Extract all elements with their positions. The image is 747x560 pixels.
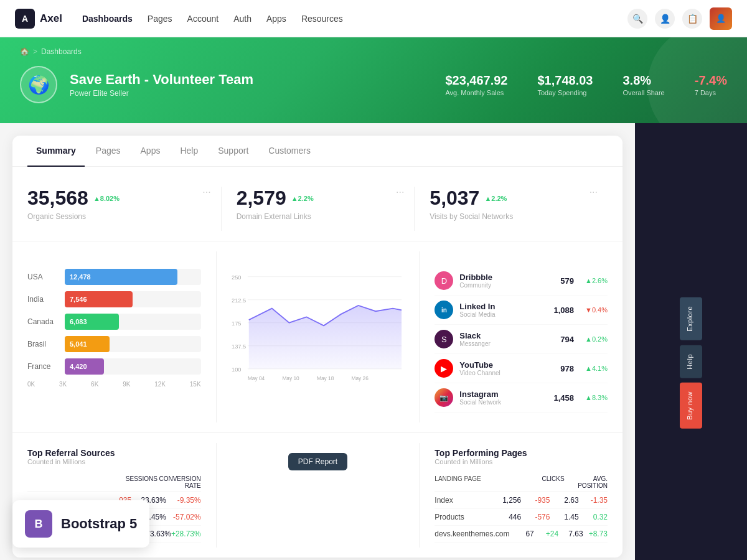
more-btn-2[interactable]: ···: [396, 187, 404, 198]
domain-links-block: ··· 2,579 ▲2.2% Domain External Links: [221, 187, 415, 231]
social-row-youtube: ▶ YouTube Video Channel 978 ▲4.1%: [435, 354, 608, 383]
main-wrapper: Summary Pages Apps Help Support Customer…: [0, 123, 747, 560]
pdf-report-button[interactable]: PDF Report: [288, 453, 347, 470]
help-button[interactable]: Help: [680, 345, 702, 378]
pages-subtitle: Counted in Millions: [435, 458, 527, 465]
domain-badge: ▲2.2%: [291, 195, 314, 202]
navbar: A Axel Dashboards Pages Account Auth App…: [0, 0, 747, 37]
social-chart-section: D Dribbble Community 579 ▲2.6% in Linke: [419, 251, 622, 422]
line-chart: 250 212.5 175 137.5 100: [232, 266, 405, 393]
nav-pages[interactable]: Pages: [148, 14, 172, 24]
search-button[interactable]: 🔍: [627, 9, 647, 29]
youtube-icon: ▶: [435, 359, 453, 378]
hero-banner: 🏠 > Dashboards 🌍 Save Earth - Volunteer …: [0, 37, 747, 123]
main-card: Summary Pages Apps Help Support Customer…: [12, 136, 622, 558]
bar-row-canada: Canada 6,083: [27, 314, 201, 330]
nav-links: Dashboards Pages Account Auth Apps Resou…: [82, 14, 627, 24]
bar-axis: 0K 3K 6K 9K 12K 15K: [27, 381, 201, 388]
right-panel: Explore Help Buy now: [635, 123, 747, 560]
stat-monthly-sales: $23,467.92 Avg. Monthly Sales: [445, 73, 507, 96]
more-btn-3[interactable]: ···: [590, 187, 598, 198]
team-name: Save Earth - Volunteer Team: [70, 72, 253, 88]
organic-sessions-block: ··· 35,568 ▲8.02% Organic Sessions: [27, 187, 221, 231]
nav-resources[interactable]: Resources: [301, 14, 343, 24]
tab-help[interactable]: Help: [171, 136, 207, 167]
nav-account[interactable]: Account: [187, 14, 219, 24]
bar-chart-section: USA 12,478 India 7,546 Canad: [12, 251, 216, 422]
referral-title: Top Referral Sources: [27, 448, 115, 458]
social-list: D Dribbble Community 579 ▲2.6% in Linke: [435, 266, 608, 413]
svg-text:May 18: May 18: [317, 375, 334, 381]
social-row-instagram: 📷 Instagram Social Network 1,458 ▲8.3%: [435, 383, 608, 413]
brand[interactable]: A Axel: [15, 9, 62, 29]
bar-row-brasil: Brasil 5,041: [27, 336, 201, 352]
team-logo: 🌍: [20, 66, 57, 103]
bar-row-usa: USA 12,478: [27, 269, 201, 285]
slack-icon: S: [435, 330, 453, 348]
dribbble-icon: D: [435, 271, 453, 290]
brand-name: Axel: [40, 12, 62, 25]
bootstrap-text: Bootstrap 5: [61, 516, 137, 532]
organic-label: Organic Sessions: [27, 212, 211, 221]
slack-info: Slack Messanger: [459, 331, 554, 347]
tab-pages[interactable]: Pages: [87, 136, 129, 167]
team-subtitle: Power Elite Seller: [70, 89, 253, 98]
nav-dashboards[interactable]: Dashboards: [82, 14, 133, 24]
svg-text:212.5: 212.5: [232, 297, 246, 304]
domain-links-number: 2,579 ▲2.2%: [237, 187, 396, 210]
nav-auth[interactable]: Auth: [233, 14, 251, 24]
youtube-info: YouTube Video Channel: [459, 360, 554, 376]
tab-customers[interactable]: Customers: [260, 136, 319, 167]
buy-now-button[interactable]: Buy now: [680, 383, 702, 429]
organic-badge: ▲8.02%: [93, 195, 120, 202]
breadcrumb-current: Dashboards: [41, 47, 82, 56]
navbar-right: 🔍 👤 📋 👤: [627, 7, 732, 30]
svg-text:May 10: May 10: [282, 375, 299, 381]
breadcrumb: 🏠 > Dashboards: [20, 47, 727, 56]
linkedin-info: Linked In Social Media: [459, 302, 547, 318]
social-visits-number: 5,037 ▲2.2%: [430, 187, 589, 210]
referral-header: SESSIONS CONVERSION RATE: [27, 470, 201, 492]
pages-row-devs: devs.keenthemes.com 67 +24 7.63 +8.73: [435, 526, 608, 543]
stat-value-spending: $1,748.03: [538, 73, 593, 88]
team-info: Save Earth - Volunteer Team Power Elite …: [70, 72, 253, 98]
content-area: Summary Pages Apps Help Support Customer…: [0, 123, 635, 560]
svg-text:May 04: May 04: [248, 375, 265, 381]
avatar[interactable]: 👤: [710, 7, 732, 30]
social-row-slack: S Slack Messanger 794 ▲0.2%: [435, 325, 608, 354]
pdf-report-section: PDF Report: [216, 443, 420, 548]
notifications-button[interactable]: 👤: [655, 9, 675, 29]
pages-row-products: Products 446 -576 1.45 0.32: [435, 509, 608, 526]
explore-button[interactable]: Explore: [680, 297, 702, 340]
organic-sessions-number: 35,568 ▲8.02%: [27, 187, 202, 210]
breadcrumb-separator: >: [33, 47, 37, 56]
charts-row: USA 12,478 India 7,546 Canad: [12, 241, 622, 432]
pages-section: Top Performing Pages Counted in Millions…: [419, 443, 622, 548]
referral-subtitle: Counted in Millions: [27, 458, 115, 465]
dribbble-info: Dribbble Community: [459, 273, 554, 289]
settings-button[interactable]: 📋: [682, 9, 702, 29]
more-btn-1[interactable]: ···: [202, 187, 210, 198]
line-chart-svg: 250 212.5 175 137.5 100: [232, 266, 405, 391]
bootstrap-icon: B: [25, 510, 52, 538]
social-label: Visits by Social Networks: [430, 212, 598, 221]
tab-support[interactable]: Support: [209, 136, 257, 167]
nav-apps[interactable]: Apps: [266, 14, 286, 24]
svg-text:May 26: May 26: [351, 375, 369, 381]
instagram-icon: 📷: [435, 388, 453, 407]
svg-text:137.5: 137.5: [232, 343, 246, 350]
svg-text:100: 100: [232, 366, 241, 373]
pages-title: Top Performing Pages: [435, 448, 527, 458]
bar-row-france: France 4,420: [27, 358, 201, 375]
tab-bar: Summary Pages Apps Help Support Customer…: [12, 136, 622, 167]
home-icon: 🏠: [20, 47, 29, 56]
bar-chart: USA 12,478 India 7,546 Canad: [27, 269, 201, 388]
social-row-dribbble: D Dribbble Community 579 ▲2.6%: [435, 266, 608, 296]
pages-header: LANDING PAGE CLICKS AVG. POSITION: [435, 470, 608, 492]
svg-text:250: 250: [232, 274, 241, 281]
instagram-info: Instagram Social Network: [459, 390, 547, 406]
stat-today-spending: $1,748.03 Today Spending: [538, 73, 593, 96]
tab-apps[interactable]: Apps: [132, 136, 169, 167]
tab-summary[interactable]: Summary: [27, 136, 85, 167]
pages-row-index: Index 1,256 -935 2.63 -1.35: [435, 492, 608, 509]
